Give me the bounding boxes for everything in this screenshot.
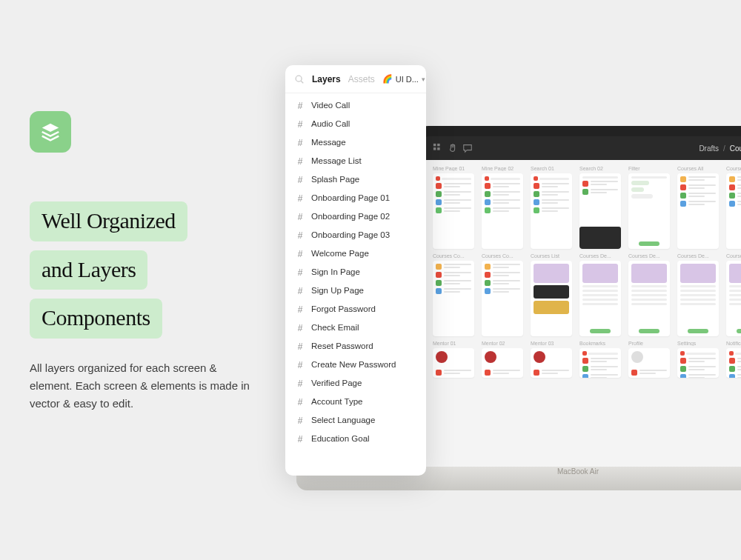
layer-row[interactable]: #Verified Page [285, 374, 426, 393]
frame-preview [726, 348, 741, 378]
frame-preview [531, 173, 572, 249]
frame-preview [628, 173, 670, 249]
canvas-frame[interactable]: Mentor 01 [433, 341, 474, 378]
canvas-frame[interactable]: Courses Su... [726, 166, 741, 249]
breadcrumb-folder[interactable]: Drafts [699, 144, 719, 153]
frame-preview [579, 261, 621, 336]
layer-row[interactable]: #Select Language [285, 411, 426, 430]
frame-icon: # [296, 397, 305, 407]
canvas-frame[interactable]: Courses De... [579, 253, 621, 336]
svg-line-5 [301, 81, 303, 83]
frame-preview [433, 261, 474, 336]
layer-row[interactable]: #Account Type [285, 393, 426, 411]
search-icon[interactable] [294, 74, 305, 84]
layer-label: Onboarding Page 01 [311, 194, 390, 203]
canvas-frame[interactable]: Mentor 03 [531, 341, 572, 378]
layer-row[interactable]: #Video Call [285, 96, 426, 115]
canvas-frame[interactable]: Courses All [677, 166, 719, 249]
canvas-frame[interactable]: Filter [628, 166, 670, 249]
canvas-frame[interactable]: Search 02 [579, 166, 621, 249]
headline-line-2: and Layers [30, 250, 147, 290]
tab-layers[interactable]: Layers [312, 74, 341, 84]
layer-row[interactable]: #Message [285, 133, 426, 152]
comment-tool-icon[interactable] [462, 143, 473, 153]
layer-label: Create New Password [311, 361, 396, 370]
frame-icon: # [296, 267, 305, 278]
layer-row[interactable]: #Welcome Page [285, 244, 426, 263]
layer-row[interactable]: #Create New Password [285, 356, 426, 374]
layer-row[interactable]: #Education Goal [285, 430, 426, 448]
canvas-frame[interactable]: Mine Page 01 [433, 166, 474, 249]
layer-label: Onboarding Page 02 [311, 213, 390, 221]
canvas-frame[interactable]: Courses Co... [482, 253, 523, 336]
canvas-frame[interactable]: Courses De... [628, 253, 670, 336]
frame-label: Search 01 [531, 166, 554, 171]
frame-icon: # [296, 360, 305, 370]
canvas-frame[interactable]: Notification [726, 341, 741, 378]
breadcrumb[interactable]: Drafts / Coursa - Online Learning M... ▾ [699, 143, 741, 153]
layer-row[interactable]: #Message List [285, 152, 426, 170]
layer-row[interactable]: #Onboarding Page 02 [285, 207, 426, 226]
frame-label: Mentor 03 [531, 341, 554, 346]
figma-canvas[interactable]: Mine Page 01Mine Page 02Search 01Search … [425, 160, 741, 467]
layer-row[interactable]: #Check Email [285, 319, 426, 337]
layers-panel: Layers Assets 🌈 UI D... ▾ #Video Call#Au… [285, 65, 426, 476]
layer-row[interactable]: #Audio Call [285, 115, 426, 133]
layer-label: Verified Page [311, 379, 362, 388]
frame-label: Filter [628, 166, 640, 171]
frame-label: Settings [677, 341, 696, 346]
layer-label: Sign In Page [311, 268, 360, 277]
frame-label: Courses De... [628, 253, 660, 259]
frame-preview [482, 261, 523, 336]
project-selector[interactable]: 🌈 UI D... ▾ [382, 74, 425, 84]
frame-preview [579, 348, 621, 378]
layer-label: Welcome Page [311, 250, 369, 259]
frame-preview [531, 261, 572, 336]
layer-label: Video Call [311, 101, 350, 110]
layer-label: Education Goal [311, 435, 370, 444]
layer-row[interactable]: #Splash Page [285, 170, 426, 189]
tab-assets[interactable]: Assets [348, 74, 375, 84]
layer-label: Forgot Password [311, 305, 376, 314]
svg-rect-2 [433, 147, 436, 150]
canvas-frame[interactable]: Profile [628, 341, 670, 378]
project-emoji: 🌈 [382, 74, 393, 84]
frame-preview [677, 261, 719, 336]
svg-point-4 [296, 76, 302, 81]
layer-row[interactable]: #Sign Up Page [285, 281, 426, 300]
canvas-frame[interactable]: Search 01 [531, 166, 572, 249]
frame-label: Courses Co... [482, 253, 514, 259]
hand-tool-icon[interactable] [448, 143, 458, 153]
canvas-frame[interactable]: Courses Co... [433, 253, 474, 336]
headline-line-1: Well Organized [30, 201, 187, 241]
frame-icon: # [296, 138, 305, 148]
layer-label: Splash Page [311, 176, 359, 184]
frame-label: Mentor 02 [482, 341, 505, 346]
canvas-frame[interactable]: Settings [677, 341, 719, 378]
layer-row[interactable]: #Reset Password [285, 337, 426, 356]
move-tool-icon[interactable] [433, 143, 443, 153]
layer-row[interactable]: #Forgot Password [285, 300, 426, 319]
breadcrumb-separator: / [723, 144, 725, 153]
frame-label: Mine Page 02 [482, 166, 514, 171]
layer-label: Audio Call [311, 120, 350, 129]
canvas-frame[interactable]: Courses De... [677, 253, 719, 336]
breadcrumb-file[interactable]: Coursa - Online Learning M... [730, 144, 741, 153]
canvas-frame[interactable]: Courses De... [726, 253, 741, 336]
canvas-frame[interactable]: Bookmarks [579, 341, 621, 378]
frame-preview [433, 173, 474, 249]
frame-label: Courses List [531, 253, 559, 259]
promo-subtext: All layers organized for each screen & e… [30, 359, 259, 413]
frame-preview [579, 173, 621, 249]
canvas-frame[interactable]: Mentor 02 [482, 341, 523, 378]
layer-row[interactable]: #Sign In Page [285, 263, 426, 281]
svg-rect-3 [437, 147, 440, 150]
canvas-frame[interactable]: Courses List [531, 253, 572, 336]
layer-row[interactable]: #Onboarding Page 03 [285, 226, 426, 244]
frame-icon: # [296, 249, 305, 259]
frame-icon: # [296, 119, 305, 130]
canvas-frame[interactable]: Mine Page 02 [482, 166, 523, 249]
frame-label: Courses De... [726, 253, 741, 259]
layer-label: Reset Password [311, 342, 373, 351]
layer-row[interactable]: #Onboarding Page 01 [285, 189, 426, 207]
